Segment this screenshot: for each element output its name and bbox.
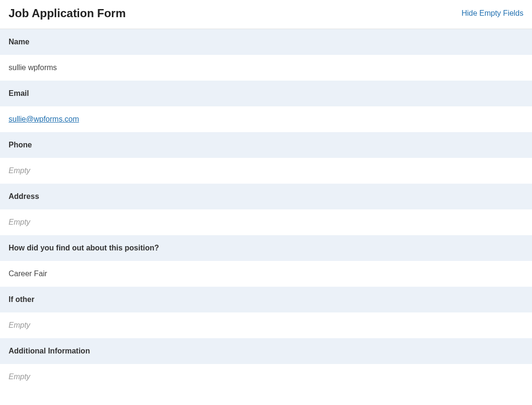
field-value-name: sullie wpforms [0,55,532,81]
field-label-name: Name [0,29,532,55]
field-value-address: Empty [0,209,532,235]
field-label-additional-info: Additional Information [0,338,532,364]
email-link[interactable]: sullie@wpforms.com [9,115,79,123]
field-label-phone: Phone [0,132,532,158]
field-label-address: Address [0,184,532,209]
form-header: Job Application Form Hide Empty Fields [0,0,532,29]
field-label-if-other: If other [0,287,532,312]
hide-empty-fields-link[interactable]: Hide Empty Fields [461,9,523,18]
entries-list: Name sullie wpforms Email sullie@wpforms… [0,29,532,390]
field-value-phone: Empty [0,158,532,184]
field-value-found-out: Career Fair [0,261,532,287]
field-value-email: sullie@wpforms.com [0,106,532,132]
field-label-found-out: How did you find out about this position… [0,235,532,261]
page-title: Job Application Form [9,7,126,20]
field-value-additional-info: Empty [0,364,532,390]
field-label-email: Email [0,81,532,106]
field-value-if-other: Empty [0,312,532,338]
